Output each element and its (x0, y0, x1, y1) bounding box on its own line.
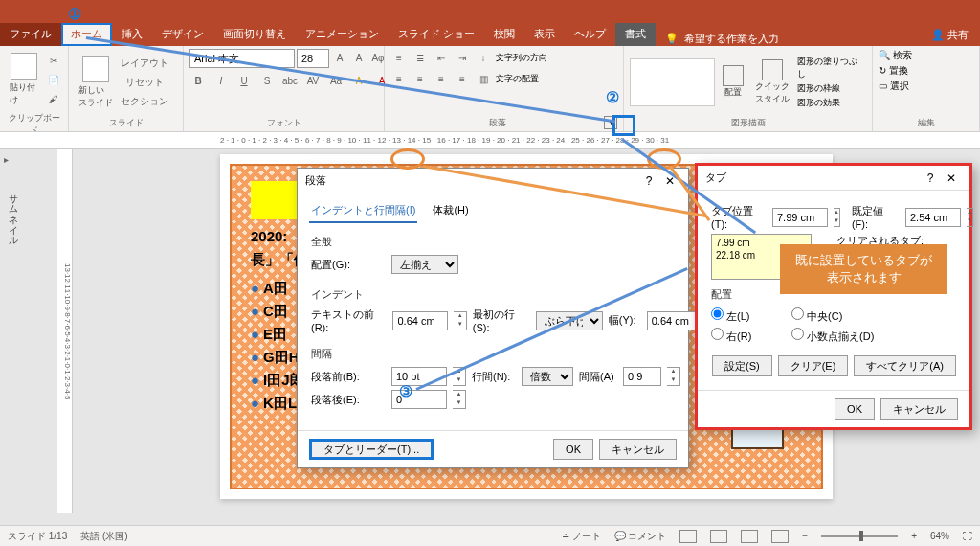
tab-file[interactable]: ファイル (0, 23, 61, 46)
align-center-button[interactable]: ≡ (412, 70, 429, 87)
layout-button[interactable]: レイアウト (121, 55, 168, 72)
before-input[interactable] (391, 367, 447, 386)
select-button[interactable]: ▭ 選択 (879, 80, 909, 93)
text-align-button[interactable]: 文字の配置 (496, 73, 539, 85)
align-center-radio[interactable]: 中央(C) (791, 307, 866, 324)
quick-styles-icon (762, 59, 783, 80)
section-button[interactable]: セクション (121, 93, 168, 110)
shadow-button[interactable]: abc (281, 72, 299, 89)
vertical-ruler[interactable]: 13·12·11·10·9·8·7·6·5·4·3·2·1·0·1·2·3·4·… (57, 149, 73, 513)
tab-position-input[interactable] (772, 208, 828, 227)
justify-button[interactable]: ≡ (454, 70, 471, 87)
underline-button[interactable]: U (235, 72, 253, 89)
dlg-tab-tabstops[interactable]: 体裁(H) (431, 199, 470, 223)
bullets-button[interactable]: ≡ (390, 49, 408, 66)
share-button[interactable]: 👤 共有 (920, 24, 980, 46)
close-icon[interactable]: ✕ (941, 168, 962, 189)
decrease-font-icon[interactable]: A (350, 49, 368, 66)
shape-fill-button[interactable]: 図形の塗りつぶし (797, 56, 866, 80)
group-drawing: 配置 クイック スタイル 図形の塗りつぶし 図形の枠線 図形の効果 図形描画 (624, 46, 873, 131)
shapes-gallery[interactable] (630, 58, 715, 106)
tell-me-placeholder: 希望する作業を入力 (684, 32, 779, 46)
font-name-input[interactable] (189, 49, 295, 68)
italic-button[interactable]: I (212, 72, 230, 89)
notes-button[interactable]: ≐ ノート (562, 530, 601, 543)
tab-review[interactable]: 校閲 (484, 23, 524, 46)
slide-counter[interactable]: スライド 1/13 (8, 530, 67, 543)
tab-format[interactable]: 書式 (615, 23, 656, 46)
tab-transitions[interactable]: 画面切り替え (213, 23, 296, 46)
columns-button[interactable]: ▥ (475, 70, 492, 87)
tab-home[interactable]: ホーム (61, 23, 112, 46)
new-slide-button[interactable]: 新しい スライド (75, 52, 117, 113)
reading-view-button[interactable] (741, 530, 758, 543)
spinner[interactable]: ▲▼ (967, 208, 973, 227)
at-input[interactable] (623, 367, 661, 386)
default-tab-input[interactable] (905, 208, 961, 227)
text-before-input[interactable] (392, 311, 448, 330)
clear-all-button[interactable]: すべてクリア(A) (854, 355, 956, 376)
tell-me-search[interactable]: 💡 希望する作業を入力 (656, 32, 920, 46)
tab-animations[interactable]: アニメーション (296, 23, 389, 46)
horizontal-ruler[interactable]: 2 · 1 · 0 · 1 · 2 · 3 · 4 · 5 · 6 · 7 · … (0, 132, 980, 149)
slideshow-view-button[interactable] (771, 530, 789, 543)
dlg-tab-indent[interactable]: インデントと行間隔(I) (309, 199, 417, 223)
spinner[interactable]: ▲▼ (834, 208, 840, 227)
line-spacing-button[interactable]: ↕ (475, 49, 492, 66)
align-right-button[interactable]: ≡ (433, 70, 450, 87)
help-icon[interactable]: ? (638, 171, 659, 192)
comments-button[interactable]: 💬 コメント (614, 530, 667, 543)
spinner[interactable]: ▲▼ (454, 311, 466, 330)
normal-view-button[interactable] (679, 530, 697, 543)
align-decimal-radio[interactable]: 小数点揃え(D) (791, 328, 874, 344)
cut-button[interactable]: ✂ (45, 52, 62, 69)
cancel-button[interactable]: キャンセル (880, 398, 958, 420)
replace-button[interactable]: ↻ 置換 (879, 64, 908, 78)
cancel-button[interactable]: キャンセル (599, 439, 677, 460)
indent-inc-button[interactable]: ⇥ (454, 49, 471, 66)
tab-help[interactable]: ヘルプ (565, 23, 615, 46)
zoom-in-button[interactable]: + (911, 531, 917, 541)
paste-button[interactable]: 貼り付け (6, 49, 41, 110)
language-indicator[interactable]: 英語 (米国) (80, 530, 127, 543)
align-left-radio[interactable]: 左(L) (711, 307, 786, 324)
help-icon[interactable]: ? (920, 168, 941, 189)
arrange-button[interactable]: 配置 (719, 61, 747, 102)
ok-button[interactable]: OK (835, 398, 875, 420)
zoom-slider[interactable] (821, 535, 898, 537)
copy-button[interactable]: 📄 (45, 71, 62, 88)
zoom-level[interactable]: 64% (930, 531, 949, 541)
bold-button[interactable]: B (189, 72, 207, 89)
tab-slideshow[interactable]: スライド ショー (389, 23, 484, 46)
increase-font-icon[interactable]: A (331, 49, 348, 66)
line-select[interactable]: 倍数 (522, 367, 573, 386)
indent-dec-button[interactable]: ⇤ (433, 49, 450, 66)
sorter-view-button[interactable] (710, 530, 727, 543)
tab-view[interactable]: 表示 (524, 23, 565, 46)
strike-button[interactable]: S (258, 72, 276, 89)
ok-button[interactable]: OK (553, 439, 593, 460)
find-button[interactable]: 🔍 検索 (879, 49, 912, 62)
set-button[interactable]: 設定(S) (712, 355, 772, 376)
status-bar: スライド 1/13 英語 (米国) ≐ ノート 💬 コメント − + 64% ⛶ (0, 525, 980, 546)
align-right-radio[interactable]: 右(R) (711, 328, 786, 344)
shape-effects-button[interactable]: 図形の効果 (797, 97, 866, 109)
clear-button[interactable]: クリア(E) (778, 355, 849, 376)
shape-outline-button[interactable]: 図形の枠線 (797, 82, 866, 95)
share-icon: 👤 (931, 29, 945, 40)
spinner[interactable]: ▲▼ (453, 390, 466, 409)
reset-button[interactable]: リセット (121, 74, 168, 91)
thumbnail-collapse-icon[interactable]: ▸ (4, 154, 9, 165)
quick-styles-button[interactable]: クイック スタイル (751, 56, 793, 109)
text-direction-button[interactable]: 文字列の方向 (496, 52, 547, 64)
zoom-out-button[interactable]: − (802, 531, 808, 541)
after-input[interactable] (391, 390, 447, 409)
font-size-input[interactable] (297, 49, 329, 68)
tab-design[interactable]: デザイン (152, 23, 213, 46)
alignment-select[interactable]: 左揃え (391, 255, 458, 274)
format-painter-button[interactable]: 🖌 (45, 90, 62, 107)
tabs-button[interactable]: タブとリーダー(T)... (309, 439, 434, 460)
spinner[interactable]: ▲▼ (667, 367, 680, 386)
fit-button[interactable]: ⛶ (963, 531, 972, 541)
numbering-button[interactable]: ≣ (412, 49, 429, 66)
